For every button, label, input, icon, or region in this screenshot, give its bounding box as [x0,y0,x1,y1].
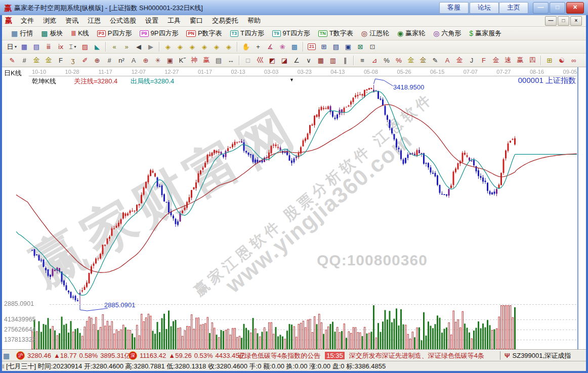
tool-calculator[interactable]: ⊞ [318,41,330,52]
tool-box-tool[interactable]: □ [242,55,254,66]
tool-send-chart[interactable]: ⊠ [354,41,366,52]
tool-fibo-grid[interactable]: F [55,55,67,66]
toolbar-winner-wheel[interactable]: ◉赢家轮 [393,27,429,40]
tool-nav-first[interactable]: « [108,41,120,52]
tool-yinyang[interactable]: ☯ [556,55,568,66]
menu-item-9[interactable]: 交易委托 [207,15,243,26]
menu-item-4[interactable]: 江恩 [83,15,105,26]
tool-j-angle[interactable]: J [466,55,478,66]
tool-nav-next[interactable]: ▶ [145,41,157,52]
toolbar-t-number-table[interactable]: TNT数字表 [314,27,357,40]
tool-percent-triangle[interactable]: ⊿ [368,55,381,66]
tool-period-selector[interactable]: 日▼ [6,41,18,52]
tool-gold-line[interactable]: 金 [417,55,429,66]
tool-bars-3[interactable]: ⅲ [43,41,55,52]
menu-item-8[interactable]: 窗口 [185,15,207,26]
tool-draw-brush[interactable]: ✎ [6,55,18,66]
maximize-button[interactable]: □ [550,2,565,14]
tool-nav-last[interactable]: » [120,41,133,52]
toolbar-9p-square[interactable]: P99P四方形 [136,27,182,40]
close-button[interactable]: × [566,2,584,14]
toolbar-p-number-table[interactable]: PNP数字表 [182,27,226,40]
tool-a-channel[interactable]: A [441,55,453,66]
tool-ray-fan[interactable]: 巛 [254,55,266,66]
tool-four-angle[interactable]: 四 [526,55,538,66]
tool-star-rays[interactable]: ✳ [152,55,164,66]
tool-boxed-star[interactable]: ▣ [164,55,176,66]
menu-item-2[interactable]: 浏览 [38,15,61,26]
tool-notepad[interactable]: ▤ [330,41,342,52]
tool-drag-hand[interactable]: ✋ [240,41,252,52]
tool-percent-lines[interactable]: ≡ [356,55,368,66]
mdi-restore-button[interactable]: □ [558,16,569,26]
tool-parallel-lines[interactable]: ∥ [339,55,351,66]
homepage-button[interactable]: 主页 [499,2,528,14]
tool-gann-box-2[interactable]: ◪ [278,55,290,66]
tool-zoom-diamond-1[interactable]: ◈ [162,41,174,52]
tool-zoom-diamond-4[interactable]: ◈ [198,41,211,52]
tool-grid-window[interactable]: ⊞ [543,55,556,66]
toolbar-t-square[interactable]: T3T四方形 [226,27,268,40]
menu-item-3[interactable]: 资讯 [61,15,83,26]
menu-item-7[interactable]: 工具 [163,15,185,26]
tool-k-mark[interactable]: K˝ [176,55,188,66]
tool-bars-9[interactable]: ⅸ [55,41,67,52]
tool-percent[interactable]: % [381,55,393,66]
toolbar-winner-service[interactable]: $赢家服务 [465,27,506,40]
tool-gold-angle[interactable]: 金 [490,55,502,66]
tool-calendar[interactable]: 21 [306,41,318,52]
tool-zoom-diamond-6[interactable]: ◈ [223,41,235,52]
menu-item-1[interactable]: 文件 [16,15,38,26]
tool-spiral[interactable]: ʒ [67,55,79,66]
tool-gold-circle[interactable]: 金 [405,55,417,66]
tool-percent-line[interactable]: % [393,55,405,66]
tool-grid-box-1[interactable]: ▦ [315,55,327,66]
minimize-button[interactable]: — [533,2,549,14]
toolbar-p-square[interactable]: P3P四方形 [93,27,136,40]
toolbar-hexagon[interactable]: ◎六角形 [429,27,465,40]
tool-wave-tool[interactable]: ▩ [288,41,301,52]
mdi-close-button[interactable]: × [570,16,582,26]
tool-wave-a[interactable]: A [128,55,140,66]
tool-v-lines[interactable]: ∨ [303,55,315,66]
tool-zoom-diamond-5[interactable]: ◈ [211,41,223,52]
tool-ruler-123[interactable]: ▤ [213,55,225,66]
tool-gann-box-1[interactable]: ◩ [266,55,278,66]
tool-angle-lines[interactable]: ∠ [290,55,303,66]
tool-nav-prev[interactable]: ◀ [133,41,145,52]
tool-crosshair[interactable]: + [252,41,264,52]
tool-gann-circle[interactable]: ⊕ [140,55,152,66]
tool-gold-grid-1[interactable]: 金 [30,55,43,66]
toolbar-gann-wheel[interactable]: ◎江恩轮 [357,27,393,40]
tool-time-grid[interactable]: # [103,55,115,66]
tool-circle-cycle[interactable]: ⊕ [91,55,103,66]
tool-magic-grid[interactable]: 神 [188,55,200,66]
tool-angle-measure[interactable]: ∡ [264,41,276,52]
menu-item-5[interactable]: 公式选股 [105,15,141,26]
forum-button[interactable]: 论坛 [470,2,499,14]
tool-color-flag[interactable]: ◣ [91,41,103,52]
toolbar-sectors[interactable]: ▩板块 [37,27,67,40]
tool-zoom-diamond-2[interactable]: ◈ [174,41,186,52]
tool-pattern-window[interactable]: ▦ [18,41,30,52]
tool-square-of-nine[interactable]: n² [115,55,128,66]
tool-candle-style[interactable]: ⌶▼ [67,41,79,52]
tool-info-report[interactable]: ▤ [30,41,43,52]
tool-win-angle[interactable]: 赢 [514,55,526,66]
tool-span-measure[interactable]: ↔ [225,55,237,66]
toolbar-quotes[interactable]: ▦行情 [7,27,37,40]
menu-item-10[interactable]: 帮助 [243,15,265,26]
tool-price-grid[interactable]: # [18,55,30,66]
current-symbol-status[interactable]: Ψ SZ399001,深证成指 [500,351,588,360]
tool-gold-grid-2[interactable]: 金 [43,55,55,66]
tool-gold-red[interactable]: 金 [453,55,466,66]
tool-grid-box-2[interactable]: ▥ [327,55,339,66]
tool-print[interactable]: ⊡ [366,41,379,52]
toolbar-kline[interactable]: ⅢK线 [67,27,93,40]
menu-item-6[interactable]: 设置 [141,15,163,26]
tool-draw-pen[interactable]: ✐ [79,55,91,66]
mdi-minimize-button[interactable]: — [545,16,557,26]
tool-win-grid[interactable]: 赢 [200,55,213,66]
tool-f-angle[interactable]: F [478,55,490,66]
customer-service-button[interactable]: 客服 [439,2,469,14]
